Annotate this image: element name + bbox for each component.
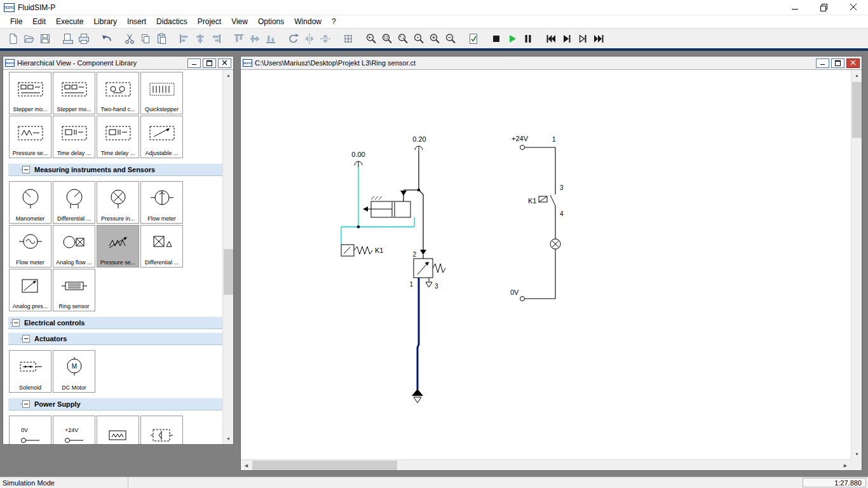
library-section-measuring-instruments-and-sensors[interactable]: Measuring instruments and Sensors — [8, 163, 222, 176]
library-item-air-service-unit[interactable] — [140, 416, 183, 444]
library-section-power-supply[interactable]: Power Supply — [8, 398, 222, 410]
relay-contact-k1[interactable]: K1 — [528, 195, 555, 206]
menu-view[interactable]: View — [226, 16, 253, 27]
circuit-canvas[interactable]: 0.00 0.20 — [241, 70, 851, 459]
paste-button[interactable] — [153, 31, 169, 46]
circuit-vertical-scrollbar[interactable]: ▲ ▼ — [851, 70, 862, 459]
scroll-left-icon[interactable]: ◀ — [241, 460, 252, 471]
scrollbar-thumb[interactable] — [224, 249, 233, 295]
library-item-ring-sensor[interactable]: Ring sensor — [53, 269, 95, 311]
align-top-button[interactable] — [231, 31, 247, 46]
reset-simulation-button[interactable] — [543, 31, 559, 46]
simulate-to-change-button[interactable] — [574, 31, 590, 46]
collapse-icon[interactable] — [20, 335, 32, 342]
library-vertical-scrollbar[interactable]: ▲ ▼ — [222, 70, 233, 444]
electrical-wires[interactable] — [525, 147, 556, 299]
pneumatic-line-supply[interactable] — [417, 278, 419, 390]
pressure-gauge-top[interactable]: 0.20 — [412, 135, 426, 151]
align-center-h-button[interactable] — [192, 31, 208, 46]
scroll-down-icon[interactable]: ▼ — [851, 449, 862, 459]
collapse-icon[interactable] — [20, 166, 32, 173]
scroll-up-icon[interactable]: ▲ — [851, 70, 862, 81]
cut-button[interactable] — [121, 31, 137, 46]
library-item-differential[interactable]: Differential ... — [140, 225, 183, 268]
zoom-window-button[interactable] — [379, 31, 395, 46]
align-left-button[interactable] — [176, 31, 192, 46]
terminal-0v[interactable]: 0V — [510, 288, 525, 301]
copy-button[interactable] — [137, 31, 153, 46]
scroll-up-icon[interactable]: ▲ — [223, 70, 234, 81]
library-item-24v[interactable]: +24V — [53, 416, 95, 444]
skip-to-end-button[interactable] — [590, 31, 606, 46]
menu-window[interactable]: Window — [289, 16, 327, 27]
rotate-button[interactable] — [285, 31, 301, 46]
compressed-air-source[interactable] — [412, 389, 423, 403]
library-item-two-hand-c[interactable]: Two-hand c... — [97, 72, 139, 114]
library-titlebar[interactable]: FESTO Hierarchical View - Component Libr… — [3, 57, 233, 69]
library-close-button[interactable] — [218, 58, 231, 68]
library-section-actuators[interactable]: Actuators — [8, 332, 222, 345]
library-item-time-delay[interactable]: Time delay ... — [53, 116, 95, 158]
align-right-button[interactable] — [208, 31, 224, 46]
library-item-quickstepper[interactable]: Quickstepper — [140, 72, 183, 114]
circuit-horizontal-scrollbar[interactable]: ◀ ▶ — [241, 459, 851, 470]
menu-project[interactable]: Project — [193, 16, 226, 27]
scroll-down-icon[interactable]: ▼ — [223, 433, 234, 444]
menu-edit[interactable]: Edit — [27, 16, 51, 27]
pressure-switch-k1[interactable]: K1 — [341, 245, 383, 256]
collapse-icon[interactable] — [20, 400, 32, 408]
valve-3-2[interactable]: 2 1 3 — [409, 251, 445, 290]
circuit-titlebar[interactable]: FESTO C:\Users\Mariusz\Desktop\Projekt L… — [241, 57, 862, 69]
library-item-analog-flow[interactable]: Analog flow ... — [53, 225, 95, 268]
save-file-button[interactable] — [37, 31, 53, 46]
new-file-button[interactable] — [5, 31, 21, 46]
scrollbar-thumb[interactable] — [252, 461, 397, 470]
align-bottom-button[interactable] — [262, 31, 278, 46]
restore-button[interactable] — [810, 0, 839, 15]
library-item-pressure-se[interactable]: Pressure se... — [97, 225, 139, 268]
library-item-dc-motor[interactable]: MDC Motor — [53, 350, 95, 393]
library-maximize-button[interactable] — [203, 58, 216, 68]
menu-file[interactable]: File — [5, 16, 27, 27]
circuit-close-button[interactable] — [846, 58, 860, 68]
library-item-pressure-se[interactable]: Pressure se... — [9, 116, 51, 158]
zoom-out-button[interactable] — [442, 31, 458, 46]
menu-didactics[interactable]: Didactics — [151, 16, 193, 27]
mirror-horizontal-button[interactable] — [301, 31, 317, 46]
start-simulation-button[interactable] — [504, 31, 520, 46]
library-item-differential[interactable]: Differential ... — [53, 181, 95, 224]
library-item-stepper-mo[interactable]: Stepper mo... — [53, 72, 95, 114]
library-item-solenoid[interactable]: Solenoid — [9, 350, 51, 393]
stop-simulation-button[interactable] — [488, 31, 504, 46]
scroll-right-icon[interactable]: ▶ — [840, 460, 851, 471]
mirror-vertical-button[interactable] — [317, 31, 333, 46]
print-button[interactable] — [76, 31, 92, 46]
library-item-flow-meter[interactable]: Flow meter — [9, 225, 51, 268]
zoom-previous-button[interactable] — [363, 31, 379, 46]
library-item-flow-meter[interactable]: Flow meter — [140, 181, 183, 224]
library-item-supply-unit[interactable] — [97, 416, 139, 444]
close-button[interactable] — [839, 0, 868, 15]
zoom-100-button[interactable] — [410, 31, 426, 46]
pressure-gauge-left[interactable]: 0.00 — [351, 151, 365, 167]
library-item-adjustable[interactable]: Adjustable ... — [140, 116, 183, 158]
align-middle-button[interactable] — [247, 31, 262, 46]
menu-insert[interactable]: Insert — [122, 16, 151, 27]
menu-help[interactable]: ? — [327, 16, 341, 27]
library-minimize-button[interactable] — [187, 58, 201, 68]
menu-execute[interactable]: Execute — [51, 16, 88, 27]
library-item-pressure-in[interactable]: Pressure in... — [97, 181, 139, 224]
pause-simulation-button[interactable] — [520, 31, 536, 46]
zoom-in-button[interactable] — [426, 31, 442, 46]
collapse-icon[interactable] — [10, 319, 22, 327]
library-item-time-delay[interactable]: Time delay ... — [97, 116, 139, 158]
zoom-all-button[interactable] — [395, 31, 410, 46]
check-circuit-button[interactable] — [465, 31, 481, 46]
menu-options[interactable]: Options — [253, 16, 289, 27]
library-item-analog-pres[interactable]: Analog pres... — [9, 269, 51, 311]
library-item-0v[interactable]: 0V — [9, 416, 51, 444]
menu-library[interactable]: Library — [88, 16, 122, 27]
circuit-maximize-button[interactable] — [831, 58, 844, 68]
open-file-button[interactable] — [21, 31, 37, 46]
scrollbar-thumb[interactable] — [852, 82, 862, 138]
